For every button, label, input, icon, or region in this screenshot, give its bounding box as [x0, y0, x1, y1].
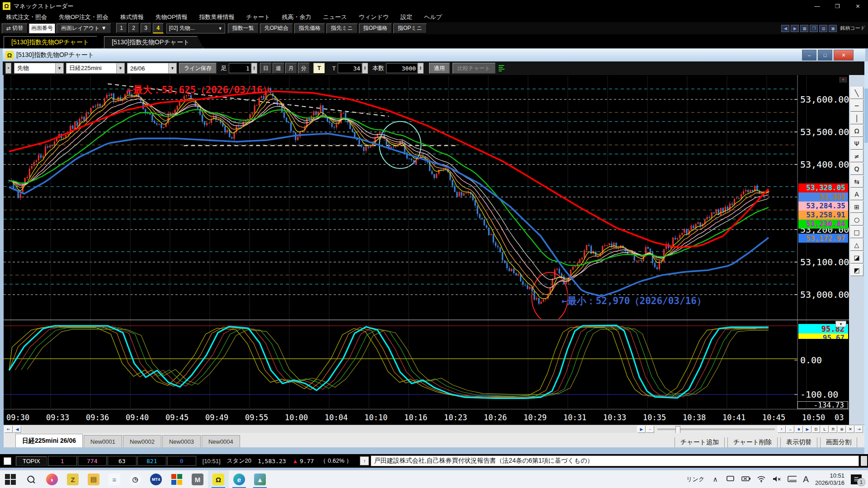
- chart-action-button-0[interactable]: チャート追加: [675, 437, 725, 447]
- chart-mode-button-3[interactable]: D: [812, 426, 820, 433]
- chart-mode-button-4[interactable]: L: [821, 426, 829, 433]
- toolbar-button-5[interactable]: 指OPミニ: [393, 23, 427, 33]
- chart-mode-button-6[interactable]: ⊕: [838, 426, 846, 433]
- chart-mode-button-7[interactable]: ✕: [846, 426, 854, 433]
- taskbar-clock[interactable]: 10:51 2026/03/16: [815, 472, 844, 487]
- chart-tab-4[interactable]: New0004: [202, 435, 240, 447]
- symbol-combobox[interactable]: 日経225mini ▼: [66, 63, 125, 74]
- menu-item-6[interactable]: 残高・余力: [276, 13, 317, 21]
- tick-mode-button[interactable]: T: [313, 63, 325, 74]
- chart-mode-button-1[interactable]: ■: [795, 426, 803, 433]
- series-selector-dropdown[interactable]: ▼: [5, 63, 11, 74]
- switch-button[interactable]: ⇄ 切替: [2, 23, 28, 33]
- screen-button-2[interactable]: 2: [128, 23, 139, 33]
- wifi-icon[interactable]: [757, 475, 766, 483]
- window-cascade-icon[interactable]: ❐: [810, 25, 818, 32]
- chart-tab-1[interactable]: New0001: [84, 435, 122, 447]
- window-tile-icon[interactable]: ▥: [819, 25, 827, 32]
- chart-mode-button-0[interactable]: ↔: [786, 426, 794, 433]
- tray-chevron-icon[interactable]: ∧: [711, 475, 720, 483]
- quote-tool-icon[interactable]: Q: [850, 163, 863, 175]
- next-arrow-icon[interactable]: ▶: [791, 25, 799, 32]
- close-button[interactable]: ✕: [848, 0, 868, 12]
- ime-indicator[interactable]: A: [803, 474, 809, 484]
- save-lines-button[interactable]: ライン保存: [179, 63, 217, 74]
- zoom-slider-thumb[interactable]: [675, 426, 680, 433]
- scroll-button-1[interactable]: −: [646, 426, 654, 433]
- chart-mode-button-2[interactable]: ▶: [803, 426, 811, 433]
- menu-item-2[interactable]: 株式情報: [114, 13, 150, 21]
- horizontal-line-tool-icon[interactable]: ─: [850, 99, 863, 112]
- battery-icon[interactable]: [741, 475, 750, 483]
- edge-icon[interactable]: e: [229, 470, 250, 488]
- chart-window-titlebar[interactable]: Ω [5130]指数先物OPチャート –□✕: [3, 49, 865, 61]
- chart-action-button-3[interactable]: 画面分割: [820, 437, 857, 447]
- text-tool-icon[interactable]: A: [850, 188, 863, 200]
- prev-arrow-icon[interactable]: ◀: [781, 25, 789, 32]
- office-icon[interactable]: [166, 470, 187, 488]
- chart-nav-button-0[interactable]: ⇤: [5, 426, 13, 433]
- news-ticker[interactable]: 戸田建設株式会社,自己株券買付状況報告書（法24条の6第1項に基づくもの）: [371, 455, 859, 466]
- menu-item-0[interactable]: 株式注文・照会: [0, 13, 53, 21]
- keyboard-icon[interactable]: [788, 475, 797, 483]
- window-grid-icon[interactable]: ▦: [800, 25, 808, 32]
- period-button-2[interactable]: 月: [285, 63, 297, 74]
- toolbar-button-2[interactable]: 指先価格: [294, 23, 325, 33]
- alert-tool-icon[interactable]: Ω: [850, 125, 863, 137]
- horizontal-scrollbar-track[interactable]: [23, 426, 637, 433]
- screen-number-box[interactable]: 画面番号: [29, 23, 55, 33]
- minimize-button[interactable]: —: [807, 0, 827, 12]
- toolbar-button-0[interactable]: 指数一覧: [228, 23, 259, 33]
- eraser-tool-icon[interactable]: ◪: [850, 251, 863, 263]
- chart-mode-button-5[interactable]: R: [829, 426, 837, 433]
- index-name[interactable]: TOPIX: [16, 456, 47, 466]
- display-icon[interactable]: [726, 475, 735, 483]
- clock-app-icon[interactable]: ◷: [125, 470, 146, 488]
- m-app-icon[interactable]: M: [187, 470, 208, 488]
- rectangle-tool-icon[interactable]: □: [850, 226, 863, 238]
- menu-item-10[interactable]: ヘルプ: [418, 13, 448, 21]
- period-button-0[interactable]: 日: [260, 63, 272, 74]
- period-button-3[interactable]: 分: [298, 63, 310, 74]
- vertical-line-tool-icon[interactable]: │: [850, 112, 863, 124]
- chart-action-button-2[interactable]: 表示切替: [780, 437, 817, 447]
- photos-icon[interactable]: ▲: [250, 470, 270, 488]
- toolbar-button-3[interactable]: 指先ミニ: [326, 23, 358, 33]
- document-tab-1[interactable]: [5130]指数先物OPチャート: [104, 36, 203, 48]
- screen-button-3[interactable]: 3: [141, 23, 151, 33]
- menu-item-9[interactable]: 設定: [395, 13, 418, 21]
- screen-button-4[interactable]: 4: [153, 23, 164, 33]
- chart-maximize-button[interactable]: □: [818, 50, 832, 61]
- apply-button[interactable]: 適用: [429, 63, 450, 74]
- toolbar-button-4[interactable]: 指OP価格: [359, 23, 392, 33]
- news-scroll-up-button[interactable]: ↑: [360, 456, 369, 465]
- file-explorer-icon[interactable]: ▤: [83, 470, 104, 488]
- copilot-icon[interactable]: ◗: [42, 470, 62, 488]
- bar-interval-input[interactable]: 1: [229, 63, 251, 73]
- menu-item-3[interactable]: 先物OP情報: [150, 13, 193, 21]
- tick-count-spinner[interactable]: ▲▼: [362, 63, 368, 74]
- mt4-icon[interactable]: MT4: [146, 470, 166, 488]
- menu-item-1[interactable]: 先物OP注文・照会: [53, 13, 114, 21]
- price-scale-scroll-button[interactable]: ▼: [839, 77, 847, 83]
- zip-app-icon[interactable]: Z: [62, 470, 83, 488]
- grid-tool-icon[interactable]: ⊞: [850, 201, 863, 213]
- chart-tab-3[interactable]: New0003: [162, 435, 201, 447]
- bar-count-input[interactable]: 3000: [386, 63, 418, 73]
- triangle-tool-icon[interactable]: △: [850, 239, 863, 251]
- indicator-dropdown-button[interactable]: ▼: [835, 321, 846, 327]
- maximize-button[interactable]: ❐: [827, 0, 848, 12]
- chart-close-button[interactable]: ✕: [834, 50, 854, 61]
- toolbar-button-1[interactable]: 先OP総合: [260, 23, 293, 33]
- preset-dropdown[interactable]: [02] 先物... ▼: [166, 23, 225, 33]
- notepad-icon[interactable]: ≡: [104, 470, 125, 488]
- vertical-scrollbar-thumb[interactable]: [864, 89, 868, 143]
- eraser-all-tool-icon[interactable]: ◩: [850, 264, 863, 276]
- period-button-1[interactable]: 週: [273, 63, 284, 74]
- chart-minimize-button[interactable]: –: [802, 50, 816, 61]
- chart-tab-2[interactable]: New0002: [123, 435, 161, 447]
- layout-dropdown[interactable]: 画面レイアウト ▼: [57, 23, 111, 33]
- menu-item-7[interactable]: ニュース: [317, 13, 353, 21]
- swap-arrows-tool-icon[interactable]: ⇆: [850, 175, 863, 188]
- menu-item-5[interactable]: チャート: [241, 13, 276, 21]
